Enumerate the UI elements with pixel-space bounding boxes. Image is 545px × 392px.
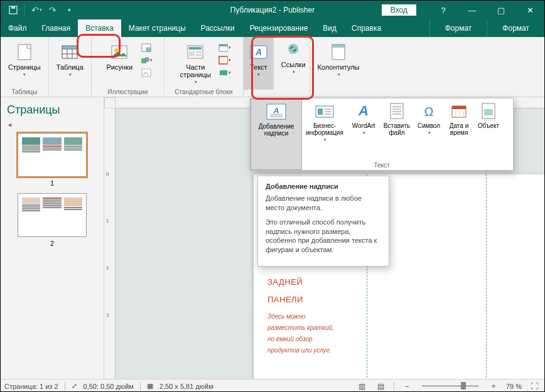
links-button[interactable]: Ссылки▾ <box>278 37 310 90</box>
svg-point-14 <box>144 57 149 62</box>
symbol-button[interactable]: Ω Символ▾ <box>414 98 444 170</box>
menu-home[interactable]: Главная <box>35 19 78 37</box>
redo-button[interactable]: ↷ <box>45 3 60 18</box>
size-icon: ▦ <box>147 382 153 390</box>
svg-rect-17 <box>189 47 202 50</box>
calendar-icon <box>448 102 470 120</box>
shapes-button[interactable]: ▾ <box>140 55 153 66</box>
sidebar-collapse[interactable]: ◄ <box>7 122 97 128</box>
view-single-button[interactable]: ▥ <box>356 381 369 392</box>
text-icon: A <box>249 42 269 62</box>
header-icon <box>328 42 348 62</box>
pages-sidebar: Страницы ◄ 1 2 <box>1 97 104 379</box>
pages-button[interactable]: Страницы▾ <box>4 40 45 80</box>
svg-rect-40 <box>391 103 403 119</box>
picture-icon <box>109 42 129 62</box>
tooltip-p2: Это отличный способ получить надпись нуж… <box>266 218 381 255</box>
svg-rect-1 <box>11 6 15 9</box>
header-footer-button[interactable]: Колонтитулы▾ <box>314 40 364 80</box>
maximize-button[interactable]: ▢ <box>487 1 515 19</box>
online-pictures-button[interactable] <box>140 42 153 53</box>
ads-button[interactable]: ▾ <box>219 67 231 78</box>
svg-text:A: A <box>255 47 262 57</box>
page-parts-button[interactable]: Части страницы▾ <box>176 40 215 87</box>
menu-view[interactable]: Вид <box>315 19 344 37</box>
zoom-slider[interactable] <box>422 385 478 387</box>
menu-insert[interactable]: Вставка <box>78 19 121 37</box>
zoom-full-button[interactable]: ⛶ <box>528 381 541 392</box>
add-caption-tooltip: Добавление надписи Добавление надписи в … <box>257 176 389 267</box>
link-icon <box>283 40 303 60</box>
table-icon <box>60 42 80 62</box>
business-info-button[interactable]: Бизнес- информация▾ <box>302 98 347 170</box>
menubar: Файл Главная Вставка Макет страницы Расс… <box>1 19 544 37</box>
menu-layout[interactable]: Макет страницы <box>121 19 193 37</box>
borders-button[interactable]: ▾ <box>219 55 231 66</box>
svg-text:Ω: Ω <box>424 105 434 119</box>
zoom-in-button[interactable]: + <box>487 381 500 392</box>
svg-rect-22 <box>219 45 228 46</box>
minimize-button[interactable]: — <box>458 1 487 19</box>
titlebar: ↶▾ ↷ ▾ Публикация2 - Publisher Вход ? — … <box>1 1 544 19</box>
menu-file[interactable]: Файл <box>1 19 35 37</box>
pictures-button[interactable]: Рисунки <box>103 40 137 73</box>
symbol-icon: Ω <box>418 102 440 120</box>
login-button[interactable]: Вход <box>382 4 416 16</box>
object-icon <box>477 102 500 120</box>
menu-help[interactable]: Справка <box>344 19 389 37</box>
svg-rect-8 <box>62 46 77 49</box>
page-thumb-1[interactable] <box>18 133 87 177</box>
svg-rect-20 <box>196 54 202 56</box>
text-group-label: Текст <box>374 162 389 169</box>
close-button[interactable]: ✕ <box>515 1 544 19</box>
thumb-label-1: 1 <box>7 179 97 187</box>
insert-file-button[interactable]: Вставить файл <box>380 98 414 170</box>
vertical-ruler[interactable]: 0 1 2 3 <box>104 109 116 379</box>
statusbar: Страница: 1 из 2 ⤢ 0,50; 0,50 дюйм ▦ 2,5… <box>1 379 544 392</box>
business-icon <box>313 102 336 120</box>
zoom-out-button[interactable]: − <box>401 381 413 392</box>
svg-rect-23 <box>219 56 228 64</box>
wordart-icon: A <box>352 102 375 120</box>
text-button[interactable]: A Текст▾ <box>244 37 274 90</box>
thumb-label-2: 2 <box>7 240 97 247</box>
menu-format-1[interactable]: Формат <box>429 19 487 37</box>
svg-text:A: A <box>358 103 369 119</box>
textbox-icon: A <box>265 103 288 120</box>
sidebar-title: Страницы <box>7 103 60 117</box>
status-coords: 0,50; 0,50 дюйм <box>84 383 134 390</box>
svg-rect-2 <box>18 45 31 60</box>
svg-rect-35 <box>318 109 323 115</box>
tooltip-p1: Добавление надписи в любое место докумен… <box>266 194 381 213</box>
help-button[interactable]: ? <box>429 1 458 19</box>
save-button[interactable] <box>6 3 21 18</box>
table-button[interactable]: Таблица▾ <box>53 40 87 80</box>
svg-rect-29 <box>332 45 345 48</box>
status-size: 2,50 x 5,81 дюйм <box>159 383 213 390</box>
page-icon <box>14 42 35 62</box>
tooltip-title: Добавление надписи <box>266 183 381 190</box>
add-caption-button[interactable]: A Добавление надписи <box>251 98 302 170</box>
picture-placeholder-button[interactable] <box>140 67 153 78</box>
view-two-button[interactable]: ▤ <box>375 381 387 392</box>
object-button[interactable]: Объект <box>474 98 503 170</box>
quick-access-toolbar: ↶▾ ↷ ▾ <box>1 3 77 18</box>
svg-text:A: A <box>272 106 279 115</box>
menu-format-2[interactable]: Формат <box>487 19 544 37</box>
status-page: Страница: 1 из 2 <box>4 383 58 390</box>
undo-button[interactable]: ↶▾ <box>29 3 44 18</box>
page-thumb-2[interactable] <box>18 193 87 237</box>
window-title: Публикация2 - Publisher <box>230 6 315 14</box>
wordart-button[interactable]: A WordArt▾ <box>347 98 380 170</box>
svg-rect-47 <box>452 106 466 109</box>
calendars-button[interactable]: ▾ <box>219 42 231 53</box>
qat-customize[interactable]: ▾ <box>62 3 77 18</box>
svg-rect-24 <box>220 70 227 75</box>
ribbon: Страницы▾ Таблицы Таблица▾ Таблицы Рисун… <box>1 37 544 97</box>
datetime-button[interactable]: Дата и время <box>444 98 474 170</box>
pointer-icon: ⤢ <box>72 382 77 390</box>
menu-review[interactable]: Рецензирование <box>242 19 316 37</box>
menu-mailings[interactable]: Рассылки <box>193 19 242 37</box>
file-icon <box>386 102 408 120</box>
text-dropdown-menu: A Добавление надписи Бизнес- информация▾… <box>250 98 514 171</box>
